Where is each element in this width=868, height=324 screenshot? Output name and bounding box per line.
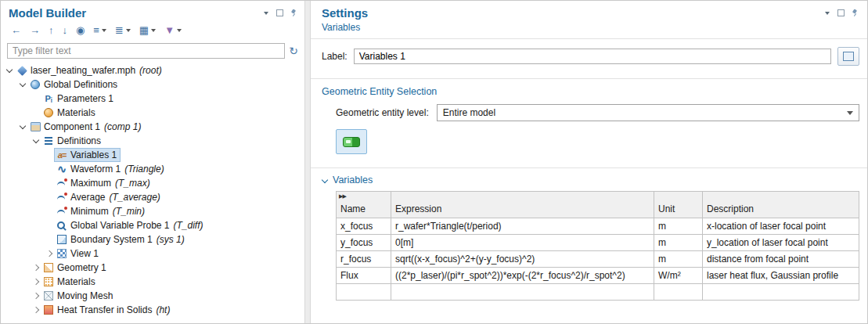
show-icon: ◉ (76, 23, 85, 38)
tree-item-root[interactable]: laser_heating_wafer.mph(root) (1, 63, 304, 77)
column-header-name[interactable]: ▶▶Name (337, 192, 391, 218)
tree-item-moving-mesh[interactable]: Moving Mesh (1, 289, 304, 303)
cell-unit[interactable]: m (654, 218, 703, 235)
tree-item-definitions[interactable]: Definitions (1, 134, 304, 148)
expander-right-icon[interactable] (31, 303, 41, 317)
expander-spacer (44, 176, 54, 190)
go-forward-icon: → (30, 23, 40, 38)
column-header-unit[interactable]: Unit (654, 192, 703, 218)
chevron-down-icon (322, 178, 327, 183)
cell-expression[interactable]: 0[m] (391, 235, 654, 251)
filter-button[interactable]: ▼ (160, 22, 185, 39)
cell-name[interactable]: Flux (337, 268, 391, 284)
geometric-entity-level-label: Geometric entity level: (336, 107, 429, 118)
tree-item-suffix: (T_average) (109, 192, 160, 203)
geometry-icon (43, 262, 54, 273)
table-columns-button[interactable]: ▦ (135, 22, 160, 39)
cell-unit[interactable]: m (654, 251, 703, 268)
show-button[interactable]: ◉ (72, 22, 88, 39)
tree-item-variables-1[interactable]: Variables 1 (1, 148, 304, 162)
active-selection-toggle-button[interactable] (336, 129, 367, 154)
cell-name[interactable]: r_focus (337, 251, 391, 268)
form-icon (843, 52, 854, 61)
collapse-button[interactable]: ≡ (89, 22, 110, 39)
tree-item-label: Maximum (70, 178, 111, 189)
move-up-button[interactable]: ↑ (45, 22, 58, 39)
variables-section-header[interactable]: Variables (311, 168, 867, 191)
tree-item-component-1[interactable]: Component 1(comp 1) (1, 120, 304, 134)
settings-window-controls (823, 9, 859, 17)
tree-item-average[interactable]: Average(T_average) (1, 190, 304, 204)
tree-item-suffix: (T_diff) (174, 220, 203, 231)
tree-item-parameters-1[interactable]: Parameters 1 (1, 92, 304, 106)
expander-down-icon[interactable] (17, 77, 27, 92)
tree-item-global-definitions[interactable]: Global Definitions (1, 77, 304, 92)
column-header-expression[interactable]: Expression (391, 192, 654, 218)
label-input[interactable] (354, 49, 831, 64)
panel-divider[interactable] (304, 1, 311, 323)
move-up-icon: ↑ (49, 23, 54, 38)
go-back-button[interactable]: ← (7, 22, 25, 39)
cell-description[interactable]: laser heat flux, Gaussian profile (703, 268, 859, 284)
materials-sphere-icon (43, 107, 54, 118)
probe-icon (56, 220, 67, 231)
tree-node: Parameters 1 (41, 92, 117, 106)
float-panel-icon[interactable] (276, 9, 284, 17)
tree-item-label: View 1 (70, 248, 99, 259)
tree-item-materials-global[interactable]: Materials (1, 106, 304, 120)
panel-menu-icon[interactable] (261, 9, 270, 17)
geometric-entity-level-dropdown[interactable]: Entire model (437, 104, 859, 121)
pin-panel-icon[interactable] (851, 9, 859, 17)
cell-description[interactable] (703, 284, 859, 301)
move-down-button[interactable]: ↓ (59, 22, 72, 39)
node-order-button[interactable]: ≣ (111, 22, 135, 39)
expander-right-icon[interactable] (31, 275, 41, 289)
tree-item-boundary-system-1[interactable]: Boundary System 1(sys 1) (1, 232, 304, 247)
expander-down-icon[interactable] (17, 120, 27, 134)
label-aux-button[interactable] (837, 47, 859, 66)
expander-right-icon[interactable] (44, 247, 54, 261)
cell-unit[interactable]: W/m² (654, 268, 703, 284)
panel-menu-icon[interactable] (823, 9, 831, 17)
cell-unit[interactable]: m (654, 235, 703, 251)
column-header-description[interactable]: Description (703, 192, 859, 218)
cell-name[interactable]: y_focus (337, 235, 391, 251)
filter-input[interactable] (7, 43, 285, 59)
active-toggle-icon (343, 137, 360, 147)
tree-item-geometry-1[interactable]: Geometry 1 (1, 261, 304, 275)
tree-node: Waveform 1(Triangle) (54, 162, 168, 176)
expander-right-icon[interactable] (31, 261, 41, 275)
divider (311, 78, 867, 79)
cell-unit[interactable] (654, 284, 703, 301)
tree-item-view-1[interactable]: View 1 (1, 247, 304, 261)
cell-description[interactable]: y_location of laser focal point (703, 235, 859, 251)
cell-expression[interactable]: sqrt((x-x_focus)^2+(y-y_focus)^2) (391, 251, 654, 268)
expander-down-icon[interactable] (31, 134, 41, 148)
tree-item-heat-transfer-in-solids[interactable]: Heat Transfer in Solids(ht) (1, 303, 304, 317)
cell-name[interactable]: x_focus (337, 218, 391, 235)
tree-item-global-variable-probe-1[interactable]: Global Variable Probe 1(T_diff) (1, 218, 304, 232)
cell-description[interactable]: x-location of laser focal point (703, 218, 859, 235)
pin-panel-icon[interactable] (290, 9, 298, 17)
tree-item-minimum[interactable]: Minimum(T_min) (1, 204, 304, 218)
go-forward-button[interactable]: → (26, 22, 44, 39)
tree-item-suffix: (sys 1) (157, 234, 185, 245)
cell-description[interactable]: distance from focal point (703, 251, 859, 268)
tree-item-waveform-1[interactable]: Waveform 1(Triangle) (1, 162, 304, 176)
tree-item-materials-component[interactable]: Materials (1, 275, 304, 289)
cell-name[interactable] (337, 284, 391, 301)
tree-item-label: Variables 1 (70, 149, 117, 160)
cell-expression[interactable]: ((2*p_laser)/(pi*r_spot^2))*exp(-(2*r_fo… (391, 268, 654, 284)
tree-node: Average(T_average) (54, 190, 164, 204)
probe-curve-icon (56, 192, 67, 203)
variables-table-wrap: ▶▶NameExpressionUnitDescription x_focusr… (311, 191, 867, 301)
model-icon (16, 65, 27, 76)
refresh-icon[interactable]: ↻ (289, 45, 298, 56)
cell-expression[interactable] (391, 284, 654, 301)
tree-item-maximum[interactable]: Maximum(T_max) (1, 176, 304, 190)
expander-right-icon[interactable] (31, 289, 41, 303)
expander-down-icon[interactable] (4, 63, 14, 77)
float-panel-icon[interactable] (837, 9, 845, 17)
column-header-label: Unit (658, 203, 675, 214)
cell-expression[interactable]: r_wafer*Triangle(t/period) (391, 218, 654, 235)
